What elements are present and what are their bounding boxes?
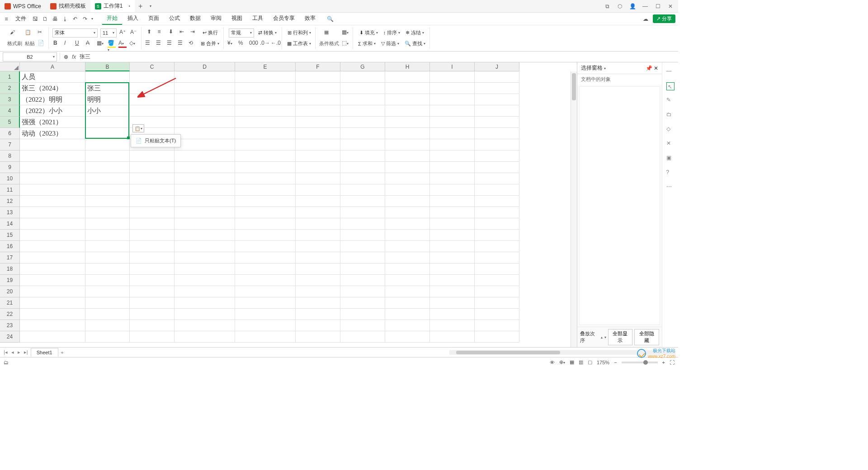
cell-I6[interactable] [430,128,475,139]
cell-H5[interactable] [385,117,430,128]
cell-D20[interactable] [175,286,235,297]
cell-E16[interactable] [235,241,296,252]
merge-button[interactable]: ⊞ 合并▾ [199,39,221,48]
paste-button[interactable]: 📋 粘贴 [25,29,35,47]
cell-B24[interactable] [85,331,130,343]
cell-I22[interactable] [430,309,475,320]
row-header-22[interactable]: 22 [0,309,20,320]
name-box[interactable]: B2 ▾ [3,52,57,61]
cube-icon[interactable]: ⬡ [617,3,623,9]
cell-style-icon[interactable]: ⬚▾ [342,40,350,48]
cell-E8[interactable] [235,150,296,162]
cut-icon[interactable]: ✂ [38,29,46,37]
strikethrough-icon[interactable]: A [86,40,94,48]
cell-F13[interactable] [296,207,340,218]
sheet-nav-next[interactable]: ▸ [17,349,21,355]
cell-I16[interactable] [430,241,475,252]
cell-F19[interactable] [296,275,340,286]
hide-all-button[interactable]: 全部隐藏 [634,329,659,345]
cell-F1[interactable] [296,71,340,83]
cell-B20[interactable] [85,286,130,297]
currency-icon[interactable]: ¥▾ [227,40,236,48]
cell-G10[interactable] [340,173,385,184]
cell-H22[interactable] [385,309,430,320]
row-header-5[interactable]: 5 [0,117,20,128]
cell-E15[interactable] [235,230,296,241]
maximize-icon[interactable]: ☐ [655,3,661,9]
cell-H4[interactable] [385,105,430,117]
cell-F16[interactable] [296,241,340,252]
wrap-text-button[interactable]: ↩ 换行 [201,28,219,37]
new-tab-button[interactable]: + [135,2,146,10]
row-header-18[interactable]: 18 [0,263,20,275]
cell-C9[interactable] [130,162,175,173]
share-button[interactable]: ↗ 分享 [653,14,675,23]
cell-E2[interactable] [235,83,296,94]
cell-G22[interactable] [340,309,385,320]
col-header-J[interactable]: J [475,62,519,71]
cell-E12[interactable] [235,196,296,207]
row-header-1[interactable]: 1 [0,71,20,83]
cell-H6[interactable] [385,128,430,139]
cell-A15[interactable] [20,230,85,241]
increase-font-icon[interactable]: A⁺ [119,29,127,37]
cell-G12[interactable] [340,196,385,207]
cell-I1[interactable] [430,71,475,83]
cell-H8[interactable] [385,150,430,162]
cell-J19[interactable] [475,275,519,286]
cell-F11[interactable] [296,184,340,196]
tools-icon[interactable]: ✕ [666,140,675,148]
formula-input[interactable]: 张三 [80,53,90,61]
cell-J5[interactable] [475,117,519,128]
close-panel-icon[interactable]: ✕ [654,65,658,71]
table-style-icon[interactable]: ▦▾ [342,29,350,37]
minimize-icon[interactable]: — [642,3,648,9]
cell-I3[interactable] [430,94,475,105]
vertical-scrollbar[interactable] [571,71,577,347]
cell-B2[interactable]: 张三 [85,83,130,94]
zoom-value[interactable]: 175% [597,360,609,365]
cell-J17[interactable] [475,252,519,263]
cell-F21[interactable] [296,297,340,309]
view-break-icon[interactable]: ▢ [588,359,592,365]
col-header-I[interactable]: I [430,62,475,71]
row-header-23[interactable]: 23 [0,320,20,331]
find-button[interactable]: 🔍 查找▾ [403,39,427,48]
cell-H1[interactable] [385,71,430,83]
cell-J20[interactable] [475,286,519,297]
cell-F4[interactable] [296,105,340,117]
print-preview-icon[interactable]: 🗋 [42,15,49,23]
cell-F20[interactable] [296,286,340,297]
align-top-icon[interactable]: ⬆ [147,28,155,37]
cell-E5[interactable] [235,117,296,128]
view-page-icon[interactable]: ▥ [579,359,583,365]
cell-A24[interactable] [20,331,85,343]
window-copy-icon[interactable]: ⧉ [604,3,610,9]
cell-G7[interactable] [340,139,385,150]
cell-D8[interactable] [175,150,235,162]
cell-E14[interactable] [235,218,296,230]
cell-J4[interactable] [475,105,519,117]
cell-F8[interactable] [296,150,340,162]
cell-E10[interactable] [235,173,296,184]
menu-tab-insert[interactable]: 插入 [123,13,143,25]
cell-C21[interactable] [130,297,175,309]
cell-A13[interactable] [20,207,85,218]
cell-C23[interactable] [130,320,175,331]
cell-B8[interactable] [85,150,130,162]
cell-D16[interactable] [175,241,235,252]
cell-E6[interactable] [235,128,296,139]
cell-F18[interactable] [296,263,340,275]
cell-G9[interactable] [340,162,385,173]
cell-C3[interactable] [130,94,175,105]
cell-I21[interactable] [430,297,475,309]
cell-J3[interactable] [475,94,519,105]
cell-I23[interactable] [430,320,475,331]
menu-tab-start[interactable]: 开始 [102,13,122,25]
style-icon[interactable]: ✎ [666,97,675,105]
cell-F6[interactable] [296,128,340,139]
paste-text-only-item[interactable]: 只粘贴文本(T) [145,137,176,144]
cell-E20[interactable] [235,286,296,297]
cell-G4[interactable] [340,105,385,117]
display-settings-icon[interactable]: ⊕▾ [559,359,565,365]
